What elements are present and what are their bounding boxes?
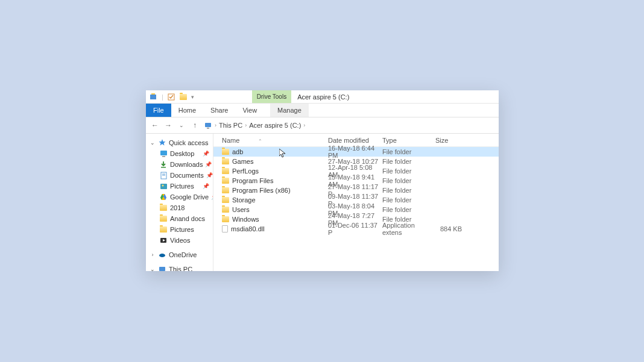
documents-icon <box>159 171 168 179</box>
file-name: Program Files <box>232 177 273 184</box>
tab-share[interactable]: Share <box>203 104 235 117</box>
folder-icon <box>222 149 229 155</box>
file-name: adb <box>232 148 243 155</box>
videos-icon <box>159 236 168 245</box>
file-name: msdia80.dll <box>231 225 265 232</box>
folder-icon <box>222 216 229 222</box>
explorer-icon <box>150 93 158 101</box>
tab-view[interactable]: View <box>235 104 264 117</box>
breadcrumb[interactable]: › This PC › Acer aspire 5 (C:) › <box>204 121 305 130</box>
file-type: Application extens <box>382 222 435 236</box>
sort-indicator-icon: ⌃ <box>258 139 262 144</box>
sidebar-item-label: Pictures <box>170 183 194 190</box>
breadcrumb-current[interactable]: Acer aspire 5 (C:) <box>249 122 301 129</box>
tab-file[interactable]: File <box>146 104 171 117</box>
quick-access-toolbar: | ▾ <box>146 90 198 103</box>
sidebar-thispc[interactable]: ⌄ This PC <box>148 264 210 271</box>
folder-qat-icon[interactable] <box>179 93 188 101</box>
sidebar-item[interactable]: Google Drive📌 <box>148 192 210 202</box>
sidebar-item[interactable]: Downloads📌 <box>148 159 210 170</box>
file-type: File folder <box>382 148 435 155</box>
sidebar-item[interactable]: Desktop📌 <box>148 148 210 159</box>
svg-rect-1 <box>151 93 155 95</box>
navigation-pane: ⌄ Quick access Desktop📌Downloads📌Documen… <box>146 134 213 271</box>
quick-access-icon <box>158 139 166 147</box>
chevron-down-icon[interactable]: ⌄ <box>150 140 156 146</box>
chevron-right-icon[interactable]: › <box>245 122 247 128</box>
tab-manage[interactable]: Manage <box>270 104 309 117</box>
sidebar-item-label: Quick access <box>169 139 208 146</box>
address-bar: ← → ⌄ ↑ › This PC › Acer aspire 5 (C:) › <box>146 117 499 134</box>
checkbox-icon[interactable] <box>167 93 175 101</box>
pictures-icon <box>159 182 168 190</box>
sidebar-item[interactable]: 2018 <box>148 202 210 213</box>
sidebar-item-label: Anand docs <box>170 215 205 222</box>
file-size: 884 KB <box>435 225 466 232</box>
file-name: PerfLogs <box>232 167 259 175</box>
sidebar-item-label: 2018 <box>170 204 185 211</box>
column-size[interactable]: Size <box>435 137 466 144</box>
folder-icon <box>222 197 229 203</box>
sidebar-item-label: Videos <box>170 237 190 244</box>
file-type: File folder <box>382 158 435 165</box>
file-list: Name ⌃ Date modified Type Size adb16-May… <box>213 134 499 271</box>
folder-icon <box>222 187 229 193</box>
column-name-label: Name <box>222 137 239 144</box>
file-type: File folder <box>382 167 435 175</box>
column-date[interactable]: Date modified <box>328 137 382 144</box>
file-name: Windows <box>232 216 259 223</box>
sidebar-item[interactable]: Anand docs <box>148 213 210 224</box>
svg-rect-11 <box>160 184 167 189</box>
qat-dropdown[interactable]: ▾ <box>191 94 194 100</box>
file-icon <box>222 225 228 232</box>
svg-rect-7 <box>161 167 166 168</box>
chevron-down-icon[interactable]: ⌄ <box>150 266 156 271</box>
sidebar-onedrive[interactable]: › OneDrive <box>148 249 210 260</box>
file-type: File folder <box>382 196 435 204</box>
pin-icon: 📌 <box>203 183 209 189</box>
sidebar-item[interactable]: Pictures📌 <box>148 181 210 192</box>
divider: | <box>162 93 163 101</box>
chevron-right-icon[interactable]: › <box>150 252 156 258</box>
sidebar-item-label: Pictures <box>170 226 194 233</box>
sidebar-item-label: Google Drive <box>170 193 209 201</box>
sidebar-item-label: OneDrive <box>169 251 197 258</box>
file-row[interactable]: adb16-May-18 6:44 PMFile folder <box>213 147 499 157</box>
column-type[interactable]: Type <box>382 137 435 144</box>
pin-icon: 📌 <box>203 151 209 157</box>
column-name[interactable]: Name ⌃ <box>213 137 328 144</box>
nav-recent-dropdown[interactable]: ⌄ <box>177 122 186 128</box>
sidebar-item[interactable]: Pictures <box>148 224 210 235</box>
tab-home[interactable]: Home <box>171 104 203 117</box>
chevron-right-icon[interactable]: › <box>215 122 216 128</box>
file-name: Storage <box>232 196 256 204</box>
sidebar-item[interactable]: Documents📌 <box>148 170 210 181</box>
svg-point-14 <box>159 254 165 257</box>
svg-rect-3 <box>205 123 211 127</box>
file-type: File folder <box>382 187 435 194</box>
thispc-icon <box>158 265 166 271</box>
sidebar-item-label: This PC <box>169 266 192 271</box>
downloads-icon <box>159 160 168 169</box>
nav-back[interactable]: ← <box>151 121 159 130</box>
folder-icon <box>222 178 229 184</box>
sidebar-item-label: Desktop <box>170 150 194 157</box>
nav-up[interactable]: ↑ <box>191 121 199 130</box>
titlebar: | ▾ Drive Tools Acer aspire 5 (C:) <box>146 90 499 104</box>
file-date: 16-May-18 6:44 PM <box>328 145 382 159</box>
svg-rect-5 <box>160 151 167 155</box>
explorer-window: | ▾ Drive Tools Acer aspire 5 (C:) File … <box>146 90 499 271</box>
svg-rect-6 <box>162 156 165 157</box>
sidebar-quick-access[interactable]: ⌄ Quick access <box>148 137 210 148</box>
folder-icon <box>159 204 168 212</box>
nav-forward[interactable]: → <box>164 121 172 130</box>
sidebar-item[interactable]: Videos <box>148 235 210 246</box>
chevron-right-icon[interactable]: › <box>303 122 305 128</box>
svg-rect-15 <box>159 267 165 271</box>
breadcrumb-thispc[interactable]: This PC <box>219 122 242 129</box>
window-title: Acer aspire 5 (C:) <box>291 90 355 103</box>
pin-icon: 📌 <box>205 161 212 167</box>
folder-icon <box>159 214 168 223</box>
file-row[interactable]: msdia80.dll01-Dec-06 11:37 PApplication … <box>213 224 499 234</box>
file-type: File folder <box>382 206 435 213</box>
